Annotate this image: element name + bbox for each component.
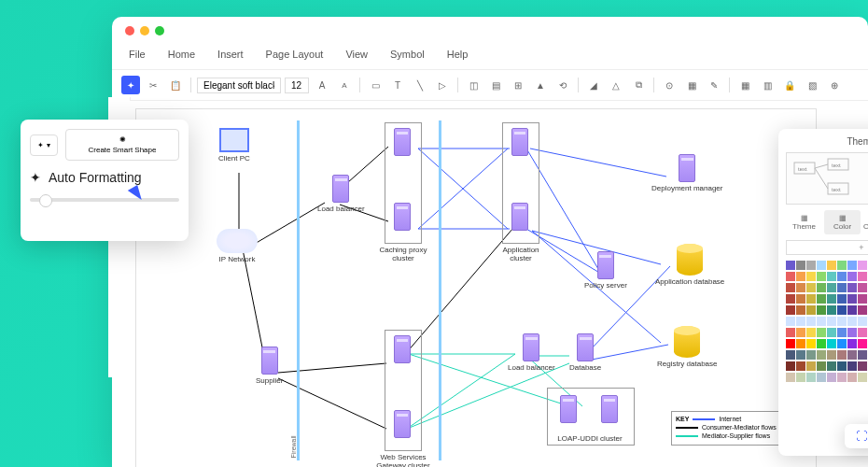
swatch-row-crystal[interactable]: Crystal — [786, 317, 868, 326]
menu-symbol[interactable]: Symbol — [390, 49, 425, 60]
swatch[interactable] — [847, 328, 857, 337]
export-icon[interactable]: ▧ — [803, 76, 821, 94]
swatch[interactable] — [827, 261, 836, 270]
swatch[interactable] — [817, 339, 826, 348]
swatch[interactable] — [858, 350, 867, 360]
swatch[interactable] — [796, 373, 805, 382]
swatch[interactable] — [806, 272, 816, 281]
dims-icon[interactable]: ▦ — [682, 76, 701, 94]
grid-icon[interactable]: ▦ — [735, 76, 754, 94]
node-appdb[interactable]: Application database — [655, 244, 724, 286]
fill-icon[interactable]: ◢ — [584, 76, 603, 94]
swatch[interactable] — [858, 317, 867, 326]
swatch[interactable] — [796, 317, 805, 326]
stack-icon[interactable]: ▤ — [486, 76, 505, 94]
swatch[interactable] — [827, 317, 836, 326]
node-supplier[interactable]: Supplier — [256, 347, 283, 385]
node-db[interactable]: Database — [569, 333, 601, 372]
swatch[interactable] — [817, 283, 826, 292]
search-icon[interactable]: ⊙ — [660, 76, 679, 94]
swatch[interactable] — [806, 373, 816, 382]
more-icon[interactable]: ⊕ — [825, 76, 844, 94]
maximize-dot[interactable] — [155, 26, 164, 35]
swatch[interactable] — [847, 339, 857, 348]
paste-icon[interactable]: 📋 — [166, 76, 185, 94]
tab-color[interactable]: ▦Color — [824, 210, 861, 234]
swatch[interactable] — [827, 294, 836, 304]
swatch[interactable] — [837, 339, 847, 348]
menu-home[interactable]: Home — [168, 49, 195, 60]
add-theme-button[interactable]: + — [786, 240, 868, 255]
lock-icon[interactable]: 🔒 — [780, 76, 799, 94]
smaller-icon[interactable]: A — [335, 76, 354, 94]
swatch[interactable] — [786, 350, 795, 360]
swatch[interactable] — [806, 283, 816, 292]
swatch[interactable] — [827, 373, 836, 382]
swatch[interactable] — [817, 317, 826, 326]
swatch[interactable] — [806, 328, 816, 337]
swatch[interactable] — [786, 305, 795, 315]
crop-icon[interactable]: ⧉ — [629, 76, 648, 94]
swatch[interactable] — [806, 350, 816, 360]
rect-icon[interactable]: ▭ — [366, 76, 385, 94]
menu-insert[interactable]: Insert — [217, 49, 244, 60]
swatch[interactable] — [786, 373, 795, 382]
node-loap-2[interactable] — [601, 395, 618, 425]
node-policy[interactable]: Policy server — [584, 251, 627, 290]
format-slider[interactable] — [30, 198, 179, 202]
swatch[interactable] — [817, 328, 826, 337]
ai-icon[interactable]: ✦ — [121, 76, 140, 94]
pen-icon[interactable]: ✎ — [705, 76, 723, 94]
theme-preview[interactable]: texttexttext — [786, 152, 868, 205]
minimize-dot[interactable] — [140, 26, 149, 35]
swatch[interactable] — [847, 305, 857, 315]
swatch[interactable] — [847, 350, 857, 360]
swatch[interactable] — [806, 361, 816, 371]
swatch[interactable] — [817, 261, 826, 270]
swatch[interactable] — [858, 272, 867, 281]
swatch[interactable] — [827, 305, 836, 315]
node-ipnetwork[interactable]: IP Network — [217, 229, 258, 263]
swatch[interactable] — [796, 294, 805, 304]
swatch[interactable] — [796, 361, 805, 371]
node-cache-1[interactable] — [394, 128, 411, 158]
font-size[interactable] — [285, 78, 309, 93]
swatch[interactable] — [786, 283, 795, 292]
tab-connector[interactable]: ↳Connector — [862, 210, 868, 234]
swatch[interactable] — [786, 272, 795, 281]
swatch[interactable] — [847, 272, 857, 281]
ai-sparkle-button[interactable]: ✦ ▾ — [30, 134, 58, 156]
menu-file[interactable]: File — [129, 49, 146, 60]
swatch[interactable] — [837, 294, 847, 304]
create-smart-shape-button[interactable]: ✺Create Smart Shape — [65, 129, 179, 161]
font-select[interactable] — [197, 78, 281, 93]
swatch[interactable] — [827, 283, 836, 292]
node-loap-1[interactable] — [560, 395, 577, 425]
swatch[interactable] — [817, 350, 826, 360]
swatch-row-tranquil[interactable]: Tranquil — [786, 350, 868, 360]
swatch[interactable] — [806, 261, 816, 270]
align-icon[interactable]: ⊞ — [509, 76, 527, 94]
swatch[interactable] — [806, 305, 816, 315]
menu-pagelayout[interactable]: Page Layout — [266, 49, 324, 60]
swatch-row-opulent[interactable]: Opulent — [786, 361, 868, 371]
pointer-icon[interactable]: ▷ — [433, 76, 452, 94]
swatch[interactable] — [827, 328, 836, 337]
swatch[interactable] — [858, 294, 867, 304]
swatch[interactable] — [796, 328, 805, 337]
node-lb1[interactable]: Load balancer — [317, 175, 365, 213]
swatch[interactable] — [858, 261, 867, 270]
swatch[interactable] — [806, 294, 816, 304]
swatch[interactable] — [837, 317, 847, 326]
swatch[interactable] — [837, 350, 847, 360]
swatch-row-charm[interactable]: Charm — [786, 272, 868, 281]
ruler-icon[interactable]: ▥ — [758, 76, 777, 94]
tab-theme[interactable]: ▦Theme — [786, 210, 822, 234]
swatch[interactable] — [837, 373, 847, 382]
swatch[interactable] — [847, 283, 857, 292]
swatch-row-placid[interactable]: Placid — [786, 373, 868, 382]
swatch[interactable] — [817, 373, 826, 382]
stroke-icon[interactable]: △ — [607, 76, 625, 94]
swatch[interactable] — [786, 294, 795, 304]
swatch[interactable] — [827, 350, 836, 360]
